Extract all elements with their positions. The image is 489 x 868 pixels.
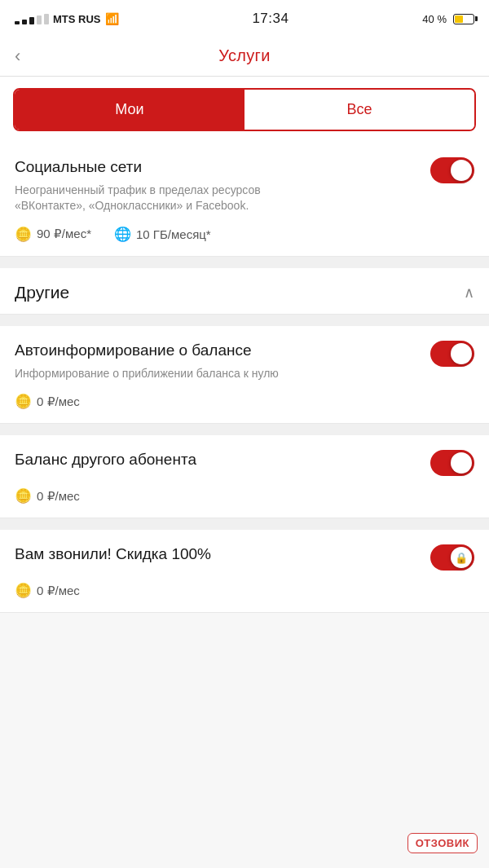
section-gap-1: [0, 257, 489, 268]
wifi-icon: 📶: [105, 12, 119, 25]
status-right: 40 %: [422, 13, 474, 25]
autoinform-price-icon: 🪙: [15, 393, 32, 410]
autoinform-header: Автоинформирование о балансе Информирова…: [15, 341, 474, 381]
segment-control: Мои Все: [13, 88, 476, 131]
autoinform-price: 0 ₽/мес: [37, 394, 80, 409]
toggle-knob: [451, 160, 472, 181]
callback-discount-header: Вам звонили! Скидка 100% 🔒: [15, 544, 474, 571]
autoinform-price-meta: 🪙 0 ₽/мес: [15, 393, 80, 410]
autoinform-toggle[interactable]: [430, 341, 474, 367]
status-bar: MTS RUS 📶 17:34 40 %: [0, 0, 489, 36]
battery-percent: 40 %: [422, 13, 447, 25]
autoinform-meta: 🪙 0 ₽/мес: [15, 393, 474, 410]
social-networks-meta: 🪙 90 ₽/мес* 🌐 10 ГБ/месяц*: [15, 226, 474, 243]
callback-discount-title: Вам звонили! Скидка 100%: [15, 544, 211, 565]
traffic-meta: 🌐 10 ГБ/месяц*: [114, 226, 211, 243]
status-time: 17:34: [252, 11, 289, 27]
other-balance-title: Баланс другого абонента: [15, 450, 196, 470]
tab-all[interactable]: Все: [244, 90, 474, 130]
nav-bar: ‹ Услуги: [0, 36, 489, 77]
other-balance-toggle[interactable]: [430, 450, 474, 476]
callback-discount-price: 0 ₽/мес: [37, 584, 80, 598]
other-balance-meta: 🪙 0 ₽/мес: [15, 487, 474, 504]
other-balance-card: Баланс другого абонента 🪙 0 ₽/мес: [0, 435, 489, 518]
other-balance-price-meta: 🪙 0 ₽/мес: [15, 487, 80, 504]
signal-dots: [15, 14, 49, 24]
lock-icon: 🔒: [451, 547, 472, 568]
toggle-knob-autoinform: [451, 343, 472, 364]
globe-icon: 🌐: [114, 226, 131, 243]
social-networks-toggle[interactable]: [430, 157, 474, 183]
carrier-label: MTS RUS: [53, 13, 101, 25]
status-left: MTS RUS 📶: [15, 12, 119, 25]
watermark-badge: ОТЗОВИК: [408, 833, 478, 853]
callback-discount-price-meta: 🪙 0 ₽/мес: [15, 582, 80, 599]
section-gap-4: [0, 518, 489, 530]
callback-discount-meta: 🪙 0 ₽/мес: [15, 582, 474, 599]
social-price: 90 ₽/мес*: [37, 227, 91, 241]
autoinform-title: Автоинформирование о балансе: [15, 341, 279, 361]
social-networks-card: Социальные сети Неограниченный трафик в …: [0, 143, 489, 257]
other-balance-header: Баланс другого абонента: [15, 450, 474, 476]
back-button[interactable]: ‹: [15, 47, 20, 65]
battery-icon: [452, 14, 474, 24]
chevron-up-icon: ∧: [464, 284, 474, 302]
tab-segment: Мои Все: [0, 77, 489, 143]
tab-my[interactable]: Мои: [15, 90, 244, 130]
social-networks-header: Социальные сети Неограниченный трафик в …: [15, 157, 474, 214]
social-traffic: 10 ГБ/месяц*: [136, 227, 211, 241]
callback-discount-toggle[interactable]: 🔒: [430, 544, 474, 571]
price-icon: 🪙: [15, 226, 32, 243]
social-networks-desc: Неограниченный трафик в пределах ресурсо…: [15, 183, 324, 214]
toggle-knob-other-balance: [451, 452, 472, 474]
autoinform-card: Автоинформирование о балансе Информирова…: [0, 326, 489, 424]
other-section-header[interactable]: Другие ∧: [0, 268, 489, 315]
other-section-title: Другие: [15, 283, 69, 302]
callback-discount-card: Вам звонили! Скидка 100% 🔒 🪙 0 ₽/мес: [0, 530, 489, 613]
page-title: Услуги: [218, 46, 270, 65]
other-balance-price: 0 ₽/мес: [37, 489, 80, 504]
price-meta: 🪙 90 ₽/мес*: [15, 226, 91, 243]
other-balance-price-icon: 🪙: [15, 487, 32, 504]
section-gap-3: [0, 424, 489, 435]
section-gap-2: [0, 315, 489, 326]
callback-discount-price-icon: 🪙: [15, 582, 32, 599]
social-networks-title: Социальные сети: [15, 157, 324, 178]
autoinform-desc: Информирование о приближении баланса к н…: [15, 366, 279, 382]
